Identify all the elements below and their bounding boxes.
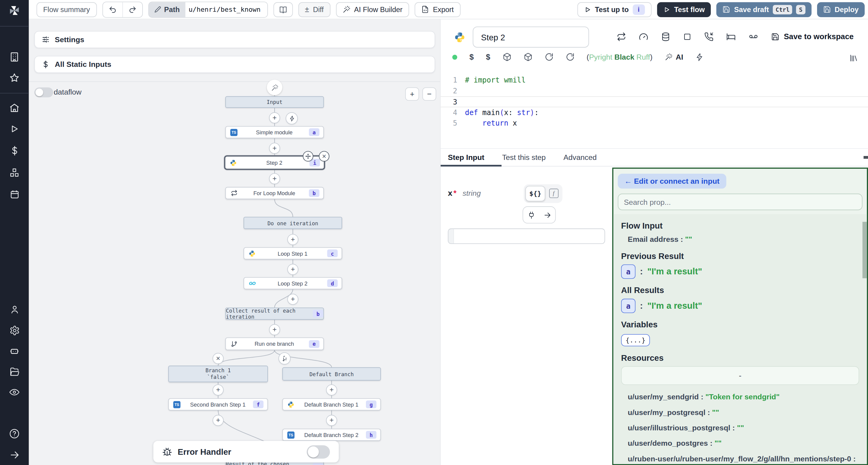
code-line[interactable]: 1# import wmill — [441, 75, 868, 86]
add-step-button[interactable] — [326, 415, 337, 426]
arg-value-editor[interactable] — [448, 229, 605, 244]
trigger-button[interactable] — [286, 112, 298, 124]
flow-node-collect-result[interactable]: Collect result of each iteration b — [225, 307, 324, 320]
cache-database-icon[interactable] — [661, 32, 670, 41]
save-to-workspace-button[interactable]: Save to workspace — [771, 32, 854, 41]
flow-node-loop-step-2[interactable]: GO Loop Step 2 d — [244, 277, 342, 289]
test-flow-button[interactable]: Test flow — [657, 2, 711, 17]
plug-button[interactable] — [523, 207, 539, 223]
all-results-row[interactable]: a : "I'm a result" — [621, 299, 859, 313]
add-step-button[interactable] — [269, 173, 280, 184]
reload-icon[interactable] — [545, 53, 553, 61]
mock-voicemail-icon[interactable] — [748, 32, 758, 41]
sidebar-item-folders[interactable] — [8, 366, 21, 378]
move-step-handle[interactable] — [303, 151, 313, 161]
prop-row[interactable]: u/user/demo_postgres : "" — [628, 438, 859, 449]
code-line[interactable]: 3 — [441, 96, 868, 107]
prop-row[interactable]: u/user/illustrious_postgresql : "" — [628, 423, 859, 433]
static-mode-button[interactable]: f — [547, 186, 561, 200]
step-name-input[interactable] — [473, 27, 589, 47]
docs-button[interactable] — [273, 2, 293, 17]
prop-row[interactable]: u/user/my_sendgrid : "Token for sendgrid… — [628, 392, 859, 402]
edit-or-connect-button[interactable]: ← Edit or connect an input — [618, 174, 726, 189]
sidebar-item-variables[interactable] — [8, 144, 21, 156]
add-step-button[interactable] — [287, 234, 299, 245]
sidebar-item-runs[interactable] — [8, 123, 21, 135]
apply-connection-button[interactable] — [539, 207, 555, 223]
sidebar-item-help[interactable] — [8, 428, 21, 440]
tab-test-this-step[interactable]: Test this step — [502, 153, 546, 162]
error-handler-toggle[interactable] — [307, 445, 330, 458]
flow-node-run-one-branch[interactable]: Run one branch e — [225, 337, 324, 350]
add-branch-button[interactable] — [278, 352, 290, 364]
package-icon[interactable] — [502, 53, 511, 61]
delete-step-button[interactable] — [319, 151, 330, 161]
code-line[interactable]: 4def main(x: str): — [441, 107, 868, 118]
step-id-chip[interactable]: a — [621, 299, 636, 313]
sidebar-item-workspace[interactable] — [8, 51, 21, 63]
flow-node-loop-step-1[interactable]: Loop Step 1 c — [244, 247, 342, 259]
reload-icon[interactable] — [565, 53, 574, 61]
scrollbar-thumb[interactable] — [863, 222, 867, 278]
code-line[interactable]: 2 — [441, 86, 868, 96]
add-step-button[interactable] — [269, 112, 280, 124]
sidebar-item-resources[interactable] — [8, 167, 21, 178]
prop-row[interactable]: Email address : "" — [628, 234, 859, 244]
windmill-logo-icon[interactable] — [7, 3, 22, 18]
flow-node-branch-1[interactable]: Branch 1 `false` — [168, 366, 268, 382]
tab-step-input[interactable]: Step Input — [448, 153, 484, 162]
package-icon[interactable] — [524, 53, 532, 61]
export-button[interactable]: Export — [415, 2, 461, 17]
tab-advanced[interactable]: Advanced — [563, 153, 596, 162]
flow-node-default-branch-step-2[interactable]: TS Default Branch Step 2 h — [282, 429, 381, 441]
flow-node-simple-module[interactable]: TS Simple module a — [225, 126, 324, 138]
flow-summary-button[interactable]: Flow summary — [36, 2, 96, 17]
ai-flow-builder-button[interactable]: AI Flow Builder — [336, 2, 409, 17]
sidebar-item-schedules[interactable] — [8, 188, 21, 200]
ai-gen-button[interactable]: AI — [664, 53, 683, 61]
sidebar-item-audit[interactable] — [8, 386, 21, 398]
undo-button[interactable] — [103, 2, 122, 17]
sidebar-expand-button[interactable] — [8, 449, 21, 461]
sidebar-item-favorites[interactable] — [8, 72, 21, 84]
variable-picker-icon[interactable]: $ — [470, 53, 474, 61]
flow-node-do-one-iteration[interactable]: Do one iteration — [244, 217, 342, 229]
remove-branch-button[interactable] — [213, 353, 224, 364]
prop-row[interactable]: u/user/my_postgresql : "" — [628, 407, 859, 418]
prop-row[interactable]: u/ruben-user/u/ruben-user/my_flow_2/g/al… — [628, 454, 859, 464]
sidebar-item-home[interactable] — [8, 102, 21, 114]
step-id-chip[interactable]: a — [621, 264, 636, 279]
deploy-button[interactable]: Deploy — [817, 2, 865, 17]
flow-node-default-branch[interactable]: Default Branch — [282, 367, 381, 381]
add-step-button[interactable] — [287, 294, 299, 305]
ai-suggest-button[interactable] — [267, 79, 282, 95]
add-step-button[interactable] — [213, 415, 224, 426]
flow-node-input[interactable]: Input — [225, 96, 324, 108]
previous-result-row[interactable]: a : "I'm a result" — [621, 264, 859, 279]
library-icon[interactable] — [849, 54, 858, 62]
concurrency-gauge-icon[interactable] — [639, 32, 648, 41]
variables-chip[interactable]: {...} — [621, 334, 650, 346]
bolt-icon[interactable] — [695, 53, 704, 61]
add-step-button[interactable] — [269, 143, 280, 154]
flow-node-for-loop[interactable]: For Loop Module b — [225, 187, 324, 199]
add-step-button[interactable] — [287, 264, 299, 275]
sleep-bed-icon[interactable] — [726, 32, 736, 41]
test-up-to-button[interactable]: Test up to i — [577, 2, 651, 17]
expr-mode-button[interactable]: ${} — [525, 186, 545, 201]
path-input[interactable] — [185, 2, 267, 17]
flow-node-second-branch-step-1[interactable]: TS Second Branch Step 1 f — [168, 398, 268, 410]
add-step-button[interactable] — [269, 324, 280, 335]
code-editor[interactable]: 1# import wmill234def main(x: str):5 ret… — [441, 72, 868, 151]
code-line[interactable]: 5 return x — [441, 118, 868, 129]
add-step-button[interactable] — [326, 385, 337, 396]
resource-picker-icon[interactable]: $ — [486, 53, 490, 61]
resource-select[interactable]: - — [621, 366, 859, 385]
diff-button[interactable]: ± Diff — [298, 2, 330, 17]
save-draft-button[interactable]: Save draft Ctrl S — [716, 2, 811, 17]
sidebar-item-user[interactable] — [8, 303, 21, 315]
redo-button[interactable] — [122, 2, 142, 17]
sidebar-item-workers[interactable] — [8, 344, 21, 357]
suspend-phone-icon[interactable] — [704, 32, 713, 41]
flow-node-default-branch-step-1[interactable]: Default Branch Step 1 g — [282, 398, 381, 410]
